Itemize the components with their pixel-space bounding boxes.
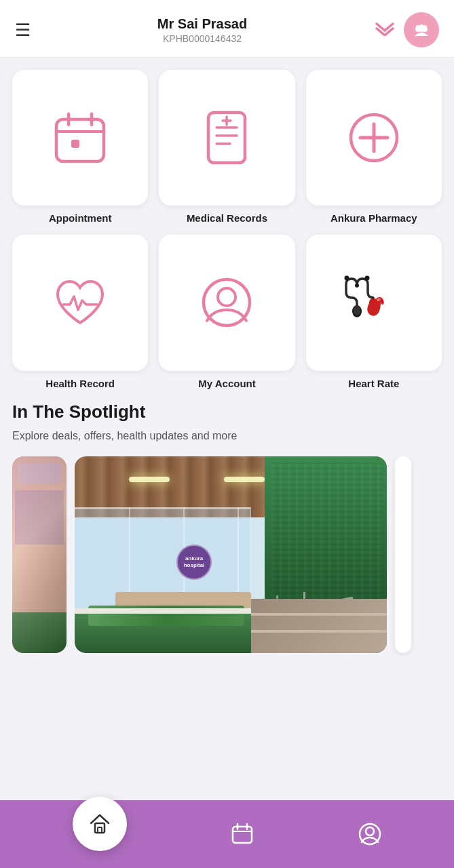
health-record-card-box[interactable] — [12, 235, 148, 370]
medical-records-card[interactable]: Medical Records — [159, 70, 295, 224]
health-record-label: Health Record — [45, 378, 115, 389]
medical-records-card-box[interactable] — [159, 70, 295, 205]
appointment-card[interactable]: Appointment — [12, 70, 148, 224]
svg-rect-31 — [233, 827, 252, 843]
hamburger-icon[interactable]: ☰ — [15, 21, 31, 39]
user-name: Mr Sai Prasad — [31, 16, 374, 32]
account-nav-button[interactable] — [358, 823, 381, 846]
svg-point-22 — [218, 288, 235, 306]
svg-point-5 — [423, 25, 427, 29]
appointment-label: Appointment — [49, 212, 111, 224]
main-content: Appointment Medical Records — [0, 58, 454, 724]
bottom-navigation — [0, 800, 454, 868]
user-id: KPHB0000146432 — [31, 33, 374, 44]
medical-records-label: Medical Records — [187, 212, 267, 224]
health-record-card[interactable]: Health Record — [12, 235, 148, 389]
header-actions — [374, 12, 439, 47]
card-grid: Appointment Medical Records — [12, 70, 442, 389]
spotlight-section: In The Spotlight Explore deals, offers, … — [12, 401, 442, 656]
calendar-nav-icon — [231, 823, 254, 846]
svg-point-36 — [366, 827, 374, 835]
svg-point-4 — [416, 25, 420, 29]
svg-rect-7 — [56, 119, 104, 161]
home-button[interactable] — [73, 797, 127, 851]
spotlight-title: In The Spotlight — [12, 401, 442, 422]
my-account-label: My Account — [198, 378, 255, 389]
svg-point-26 — [355, 283, 359, 288]
pharmacy-cross-icon — [343, 107, 404, 168]
svg-point-6 — [419, 24, 423, 28]
pharmacy-card-box[interactable] — [306, 70, 442, 205]
carousel-scroll-indicator — [395, 456, 411, 653]
calendar-nav-button[interactable] — [231, 823, 254, 846]
pharmacy-label: Ankura Pharmacy — [330, 212, 417, 224]
svg-point-28 — [364, 276, 369, 281]
medical-book-icon — [196, 107, 257, 168]
person-circle-icon — [196, 272, 257, 333]
my-account-card-box[interactable] — [159, 235, 295, 370]
user-info: Mr Sai Prasad KPHB0000146432 — [31, 16, 374, 44]
app-header: ☰ Mr Sai Prasad KPHB0000146432 — [0, 0, 454, 58]
svg-point-25 — [354, 306, 360, 315]
chevron-down-icon[interactable] — [374, 21, 396, 39]
menu-button-area[interactable]: ☰ — [15, 21, 31, 39]
svg-point-21 — [204, 279, 250, 326]
appointment-card-box[interactable] — [12, 70, 148, 205]
carousel-slide-main[interactable]: ankurahospital — [75, 456, 387, 653]
svg-rect-11 — [71, 140, 79, 148]
account-nav-icon — [358, 823, 381, 846]
stethoscope-heart-icon — [343, 272, 404, 333]
calendar-icon — [50, 107, 111, 168]
heart-rate-card[interactable]: Heart Rate — [306, 235, 442, 389]
spotlight-carousel[interactable]: ankurahospital — [12, 456, 442, 656]
avatar[interactable] — [404, 12, 439, 47]
svg-point-27 — [344, 276, 349, 281]
spotlight-subtitle: Explore deals, offers, health updates an… — [12, 428, 442, 444]
carousel-slide-left[interactable] — [12, 456, 67, 653]
heart-rate-card-box[interactable] — [306, 235, 442, 370]
home-icon — [87, 811, 113, 837]
my-account-card[interactable]: My Account — [159, 235, 295, 389]
heart-ecg-icon — [50, 272, 111, 333]
heart-rate-label: Heart Rate — [348, 378, 399, 389]
pharmacy-card[interactable]: Ankura Pharmacy — [306, 70, 442, 224]
